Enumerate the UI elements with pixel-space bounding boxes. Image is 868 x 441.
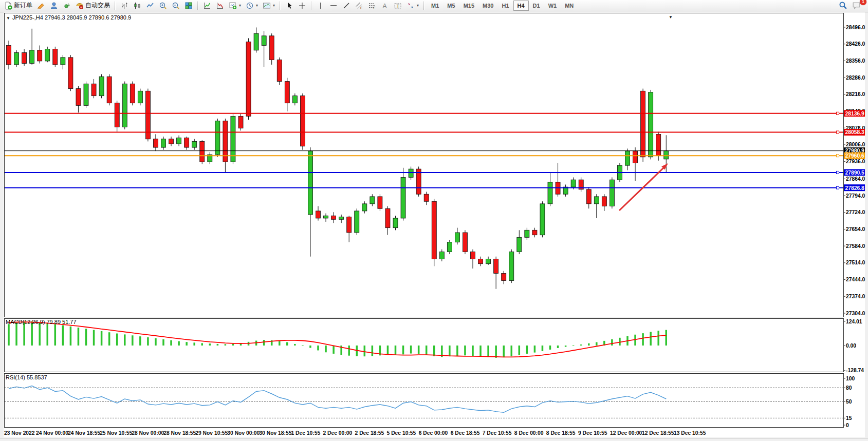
crayon-icon	[37, 2, 45, 10]
candle-bull	[215, 121, 220, 155]
search-button[interactable]	[837, 1, 849, 11]
macd-histogram-bar	[479, 346, 482, 356]
arrows-icon	[407, 2, 415, 10]
indicator-list-button[interactable]	[201, 1, 213, 11]
candle-bull	[14, 53, 19, 65]
timeframe-button-D1[interactable]: D1	[529, 1, 544, 11]
zoom-in-icon	[159, 2, 167, 10]
styler-button[interactable]	[35, 1, 47, 11]
timeframe-button-H1[interactable]: H1	[497, 1, 513, 11]
period-dropdown[interactable]: ▾	[244, 1, 260, 11]
line-chart-button[interactable]	[144, 1, 156, 11]
level-line-handle[interactable]	[837, 155, 839, 157]
toolbar-separator	[115, 2, 116, 10]
text-button[interactable]: A	[379, 1, 391, 11]
candlestick-chart-button[interactable]	[131, 1, 143, 11]
price-badge-label: 27890.5	[845, 170, 864, 176]
zoom-out-button[interactable]	[170, 1, 182, 11]
candle-bear	[432, 201, 436, 259]
macd-histogram-bar	[410, 346, 412, 354]
candle-bull	[262, 36, 266, 46]
toolbar-separator	[311, 2, 312, 10]
candle-bear	[602, 197, 606, 206]
template-dropdown[interactable]: ▾	[261, 1, 277, 11]
price-tick-label: 27864.0	[846, 176, 865, 182]
horizontal-line-button[interactable]	[327, 1, 340, 11]
clock-icon	[246, 2, 254, 10]
candle-bear	[153, 139, 158, 147]
bar-chart-button[interactable]	[118, 1, 131, 11]
candle-bear	[184, 138, 189, 147]
timeframe-button-MN[interactable]: MN	[561, 1, 578, 11]
candle-bear	[316, 211, 321, 218]
time-axis-label: 25 Nov 10:55	[100, 430, 132, 436]
new-chart-dropdown[interactable]: ▾	[227, 1, 243, 11]
chevron-down-icon: ▾	[273, 3, 275, 8]
notifications-button[interactable]: 1	[850, 1, 863, 11]
price-tick-label: 28006.0	[846, 142, 865, 147]
shapes-dropdown[interactable]: ▾	[404, 1, 421, 11]
timeframe-button-M1[interactable]: M1	[427, 1, 443, 11]
indicator-window-button[interactable]	[214, 1, 226, 11]
price-tick-label: 27794.0	[846, 193, 865, 199]
candle-bull	[99, 76, 104, 95]
macd-histogram-bar	[170, 340, 172, 346]
candle-bull	[594, 197, 599, 204]
candle-bear	[68, 57, 73, 89]
time-axis-label: 29 Nov 10:55	[195, 430, 228, 436]
candle-bear	[633, 151, 638, 163]
level-line-handle[interactable]	[837, 131, 839, 133]
channel-button[interactable]: E	[353, 1, 365, 11]
time-axis-label: 5 Dec 10:55	[387, 430, 416, 436]
tile-windows-button[interactable]	[182, 1, 195, 11]
candle-bull	[339, 217, 344, 220]
candle-bull	[324, 216, 328, 218]
macd-histogram-bar	[619, 338, 621, 346]
macd-histogram-bar	[495, 346, 497, 358]
macd-histogram-bar	[542, 346, 544, 351]
trendline-icon	[342, 2, 350, 10]
macd-histogram-bar	[8, 324, 10, 346]
candle-bear	[494, 259, 498, 273]
candle-bull	[362, 204, 367, 211]
zoom-in-button[interactable]	[157, 1, 169, 11]
time-axis-label: 12 Dec 00:00	[610, 430, 642, 436]
timeframe-button-W1[interactable]: W1	[544, 1, 561, 11]
price-tick-label: 27724.0	[846, 209, 865, 215]
crosshair-button[interactable]	[296, 1, 308, 11]
timeframe-button-M5[interactable]: M5	[443, 1, 459, 11]
timeframe-button-M15[interactable]: M15	[459, 1, 478, 11]
toolbar-separator	[280, 2, 281, 10]
candle-bull	[254, 33, 258, 50]
candle-bull	[122, 84, 127, 127]
profile-button[interactable]	[48, 1, 60, 11]
level-line-handle[interactable]	[837, 186, 839, 189]
text-label-button[interactable]: T	[392, 1, 404, 11]
level-line-handle[interactable]	[837, 171, 839, 174]
macd-histogram-bar	[279, 341, 281, 346]
candle-bear	[53, 49, 58, 65]
cursor-button[interactable]	[283, 1, 296, 11]
vertical-line-button[interactable]	[315, 1, 327, 11]
candle-bull	[571, 180, 576, 187]
macd-histogram-bar	[418, 346, 420, 354]
candle-bear	[277, 60, 282, 82]
signal-button[interactable]	[61, 1, 73, 11]
candle-bull	[161, 139, 166, 147]
new-order-button[interactable]: 新订单	[2, 1, 34, 11]
timeframe-button-M30[interactable]: M30	[478, 1, 497, 11]
chart-canvas[interactable]: 28496.028426.028356.028286.028216.028146…	[0, 0, 868, 441]
candle-bull	[177, 138, 181, 144]
macd-histogram-bar	[372, 346, 374, 356]
toolbar-separator	[197, 2, 198, 10]
price-tick-label: 28426.0	[846, 41, 865, 47]
trendline-button[interactable]	[340, 1, 353, 11]
macd-histogram-bar	[294, 344, 296, 346]
level-line-handle[interactable]	[837, 112, 839, 114]
macd-histogram-bar	[472, 346, 474, 356]
svg-text:E: E	[360, 6, 363, 10]
fibonacci-button[interactable]: F	[366, 1, 378, 11]
price-tick-label: 28216.0	[846, 91, 865, 97]
autotrading-button[interactable]: 自动交易	[73, 1, 112, 11]
timeframe-button-H4[interactable]: H4	[513, 1, 529, 11]
